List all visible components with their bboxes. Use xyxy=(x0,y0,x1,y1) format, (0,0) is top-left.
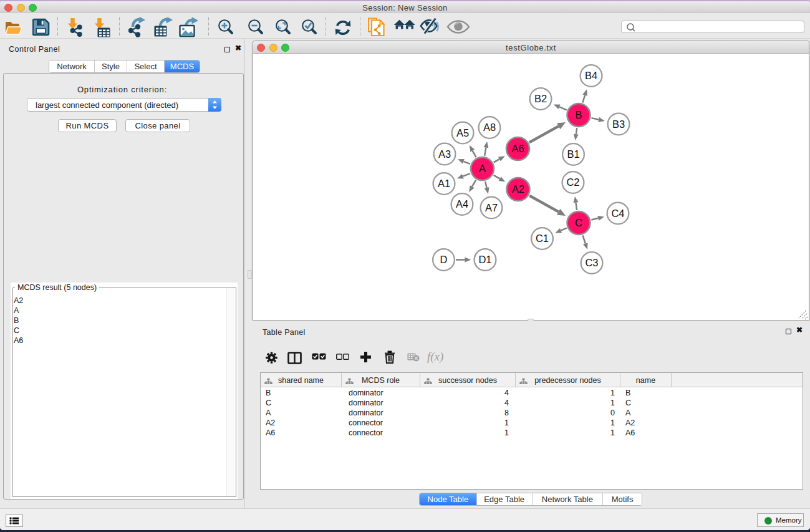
svg-text:A8: A8 xyxy=(483,122,496,133)
svg-text:A3: A3 xyxy=(438,148,451,160)
svg-text:A1: A1 xyxy=(438,178,450,189)
svg-text:A2: A2 xyxy=(512,183,524,195)
svg-text:A5: A5 xyxy=(456,127,469,138)
svg-text:A: A xyxy=(479,163,486,174)
svg-text:A4: A4 xyxy=(456,198,468,210)
svg-text:B2: B2 xyxy=(534,93,547,104)
svg-text:B3: B3 xyxy=(612,118,625,130)
svg-text:C: C xyxy=(575,217,582,228)
svg-text:B4: B4 xyxy=(585,70,597,81)
svg-text:C4: C4 xyxy=(611,208,624,219)
svg-text:C2: C2 xyxy=(566,177,579,188)
svg-text:B: B xyxy=(575,109,582,120)
svg-text:D: D xyxy=(440,254,448,265)
svg-text:A7: A7 xyxy=(485,202,498,213)
svg-text:B1: B1 xyxy=(567,148,579,160)
svg-text:C1: C1 xyxy=(536,233,549,244)
svg-text:C3: C3 xyxy=(585,257,598,268)
svg-text:A6: A6 xyxy=(511,143,524,154)
svg-text:D1: D1 xyxy=(478,254,491,265)
